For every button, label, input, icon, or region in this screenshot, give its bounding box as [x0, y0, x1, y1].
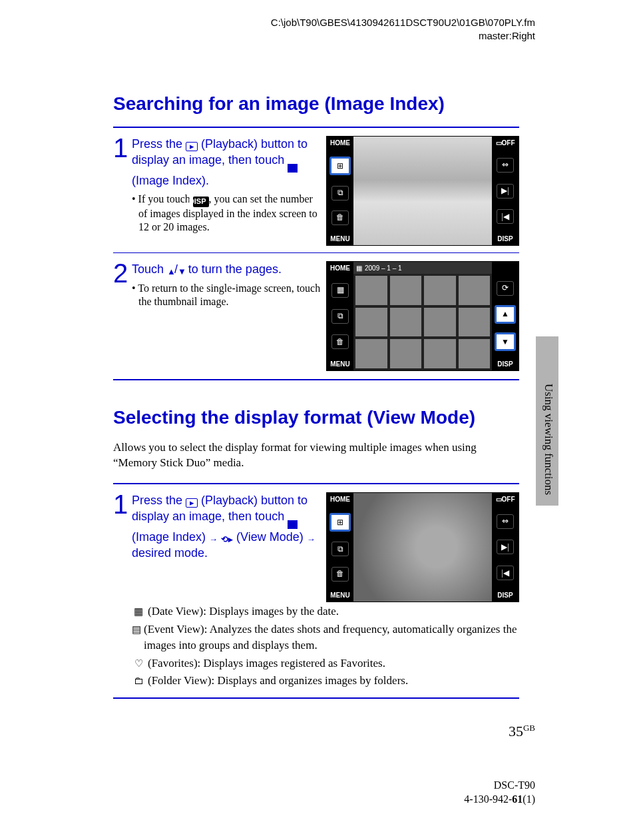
section1-step1: 1 HOME ⊞ ⧉ 🗑 MENU ▭OFF ⇔ ▶|	[113, 132, 519, 248]
slideshow-icon: ⧉	[331, 186, 349, 201]
next-icon: ▶|	[497, 540, 514, 554]
thumbnail	[458, 338, 491, 369]
screen-off-label: ▭OFF	[496, 496, 515, 503]
page-up-inline-icon: ▲	[167, 266, 174, 278]
screen2: HOME ▦ ⧉ 🗑 MENU ▦ 2009 – 1 – 1	[326, 261, 519, 371]
playback-photo	[353, 493, 492, 602]
mode-folder: 🗀 (Folder View): Displays and organizes …	[132, 673, 519, 689]
footer-docnum: 4-130-942-61(1)	[464, 793, 535, 807]
date-view-icon: ▦	[132, 605, 145, 620]
favorites-icon: ♡	[132, 657, 145, 671]
divider	[113, 252, 519, 253]
event-view-icon: ▤	[132, 623, 141, 637]
date-bar: ▦ 2009 – 1 – 1	[353, 262, 492, 274]
prev-icon: |◀	[497, 566, 514, 580]
section2-title: Selecting the display format (View Mode)	[113, 407, 519, 428]
calendar-icon: ▦	[331, 283, 349, 298]
screen-menu-label: MENU	[330, 235, 349, 242]
screen-disp-label: DISP	[497, 360, 513, 368]
image-index-inline-icon	[288, 164, 298, 173]
thumbnail	[389, 338, 423, 369]
screen-menu-label: MENU	[330, 360, 349, 368]
prev-icon: |◀	[497, 209, 514, 224]
mode-date: ▦ (Date View): Displays images by the da…	[132, 604, 519, 620]
page-content: Searching for an image (Image Index) 1 H…	[113, 93, 519, 703]
mode-event: ▤ (Event View): Analyzes the dates shots…	[132, 622, 519, 654]
index-grid: ▦ 2009 – 1 – 1	[353, 262, 492, 370]
page-up-icon: ▲	[495, 305, 516, 324]
folder-view-icon: 🗀	[132, 674, 145, 689]
thumbnail	[423, 275, 457, 306]
image-index-icon: ⊞	[329, 157, 351, 175]
screen-home-label: HOME	[330, 496, 350, 503]
page-number: 35GB	[509, 723, 535, 740]
view-mode-icon: ⟳	[497, 281, 514, 296]
screen1: HOME ⊞ ⧉ 🗑 MENU ▭OFF ⇔ ▶| |◀ DISP	[326, 136, 519, 246]
screen-menu-label: MENU	[330, 592, 349, 599]
step-number-1: 1	[113, 492, 132, 516]
section2-intro: Allows you to select the display format …	[113, 440, 519, 471]
screen-home-label: HOME	[330, 264, 350, 272]
playback-photo	[353, 137, 492, 245]
master-label: master:Right	[271, 29, 535, 43]
file-path: C:\job\T90\GBES\4130942611DSCT90U2\01GB\…	[271, 16, 535, 29]
arrow-right-icon: →	[307, 534, 316, 546]
image-index-icon: ⊞	[329, 513, 351, 532]
divider	[113, 379, 519, 380]
footer: DSC-T90 4-130-942-61(1)	[464, 779, 535, 807]
footer-model: DSC-T90	[464, 779, 535, 793]
thumbnail	[355, 307, 388, 338]
divider	[113, 697, 519, 699]
thumbnail	[355, 275, 388, 306]
divider	[113, 127, 519, 128]
delete-icon: 🗑	[331, 334, 349, 349]
zoom-icon: ⇔	[497, 514, 514, 529]
screen-disp-label: DISP	[497, 592, 513, 599]
delete-icon: 🗑	[331, 567, 349, 582]
divider	[113, 483, 519, 484]
delete-icon: 🗑	[331, 210, 349, 225]
playback-icon: ▸	[186, 142, 198, 151]
section-tab-label: Using viewing functions	[542, 384, 555, 495]
screen-home-label: HOME	[330, 139, 350, 147]
file-path-header: C:\job\T90\GBES\4130942611DSCT90U2\01GB\…	[271, 16, 535, 42]
slideshow-icon: ⧉	[331, 309, 349, 324]
view-mode-inline-icon: ⟲▸	[221, 534, 233, 546]
image-index-inline-icon	[288, 520, 298, 529]
thumbnail	[423, 338, 457, 369]
section2-step1: 1 HOME ⊞ ⧉ 🗑 MENU ▭OFF ⇔ ▶|	[113, 488, 519, 692]
screen3: HOME ⊞ ⧉ 🗑 MENU ▭OFF ⇔ ▶| |◀ DISP	[326, 492, 519, 602]
playback-icon: ▸	[186, 498, 198, 508]
thumbnail	[355, 338, 388, 369]
thumbnail	[458, 275, 491, 306]
step-number-1: 1	[113, 136, 132, 160]
page-down-inline-icon: ▼	[178, 266, 185, 278]
spacer	[505, 264, 507, 272]
zoom-icon: ⇔	[497, 158, 514, 173]
thumbnail	[389, 275, 423, 306]
screen-disp-label: DISP	[497, 235, 513, 242]
thumbnail	[458, 307, 491, 338]
next-icon: ▶|	[497, 184, 514, 199]
step-number-2: 2	[113, 261, 132, 285]
arrow-right-icon: →	[209, 534, 218, 546]
mode-favorites: ♡ (Favorites): Displays images registere…	[132, 655, 519, 672]
thumbnail	[423, 307, 457, 338]
thumbnail	[389, 307, 423, 338]
page-down-icon: ▼	[495, 332, 516, 351]
slideshow-icon: ⧉	[331, 542, 349, 556]
section1-title: Searching for an image (Image Index)	[113, 93, 519, 115]
screen-off-label: ▭OFF	[496, 139, 515, 147]
section1-step2: 2 HOME ▦ ⧉ 🗑 MENU ▦ 2009 – 1 – 1	[113, 257, 519, 374]
disp-button-icon: DISP	[193, 197, 209, 207]
